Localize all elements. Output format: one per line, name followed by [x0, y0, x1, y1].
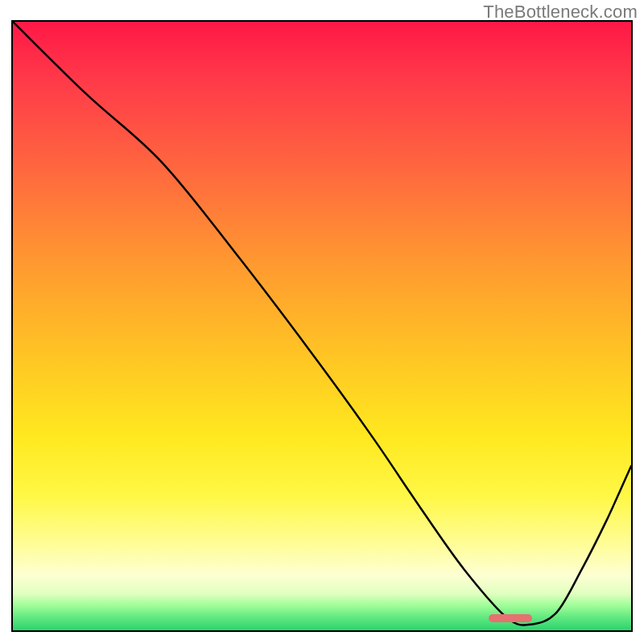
bottleneck-curve	[13, 22, 631, 625]
chart-container: TheBottleneck.com	[0, 0, 644, 644]
optimal-range-marker	[489, 614, 532, 622]
plot-frame	[11, 20, 633, 632]
curve-layer	[13, 22, 631, 630]
